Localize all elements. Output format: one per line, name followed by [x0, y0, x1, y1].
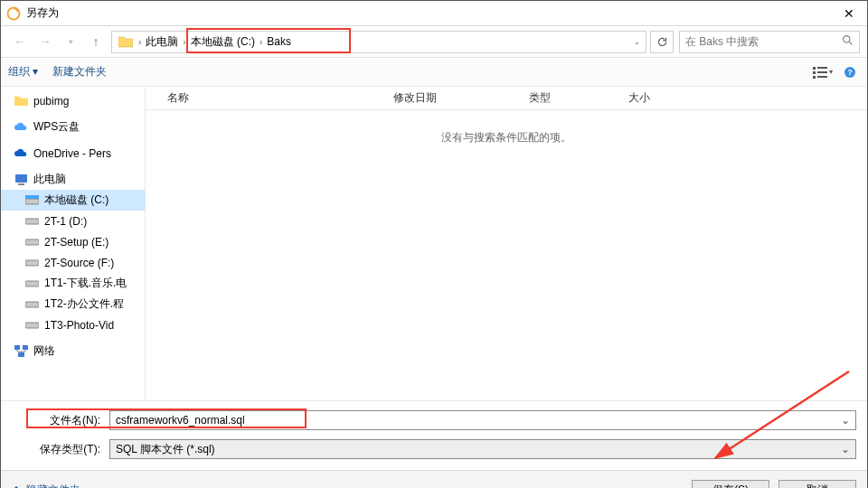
column-modified[interactable]: 修改日期 — [393, 90, 529, 106]
app-icon — [6, 6, 21, 21]
search-input[interactable]: 在 Baks 中搜索 — [679, 31, 860, 53]
svg-rect-4 — [817, 67, 827, 69]
tree-item-drive-i[interactable]: 1T3-Photo-Vid — [1, 314, 145, 335]
chevron-up-icon: ⌃ — [12, 484, 21, 489]
svg-rect-22 — [23, 345, 28, 350]
column-type[interactable]: 类型 — [529, 90, 628, 106]
column-name[interactable]: 名称 — [167, 90, 393, 106]
svg-rect-3 — [813, 67, 816, 70]
view-button[interactable]: ▾ — [813, 62, 833, 82]
network-icon — [14, 344, 28, 359]
filetype-select[interactable]: SQL 脚本文件 (*.sql) — [109, 439, 856, 459]
svg-rect-13 — [25, 199, 39, 204]
refresh-button[interactable] — [650, 31, 674, 53]
drive-icon — [24, 318, 39, 333]
svg-rect-14 — [25, 195, 39, 199]
drive-icon — [24, 214, 39, 229]
cloud-icon — [14, 120, 28, 135]
breadcrumb-folder[interactable]: Baks — [263, 32, 295, 52]
tree-item-onedrive[interactable]: OneDrive - Pers — [1, 143, 145, 164]
tree-item-drive-f[interactable]: 2T-Source (F:) — [1, 252, 145, 273]
column-size[interactable]: 大小 — [628, 90, 710, 106]
svg-rect-12 — [18, 183, 24, 185]
tree-item-drive-e[interactable]: 2T-Setup (E:) — [1, 231, 145, 252]
drive-icon — [24, 297, 39, 312]
folder-tree[interactable]: pubimg WPS云盘 OneDrive - Pers 此电脑 本地磁盘 (C… — [1, 87, 146, 400]
svg-rect-5 — [813, 71, 816, 74]
drive-icon — [24, 193, 39, 208]
drive-icon — [24, 256, 39, 270]
column-headers[interactable]: 名称 修改日期 类型 大小 — [146, 87, 867, 110]
svg-line-2 — [849, 42, 852, 44]
filename-field[interactable]: csframeworkv6_normal.sql — [109, 410, 856, 430]
tree-item-drive-g[interactable]: 1T1-下载.音乐.电 — [1, 273, 145, 294]
back-button[interactable]: ← — [8, 30, 32, 53]
svg-rect-15 — [25, 219, 39, 224]
drive-icon — [24, 277, 39, 291]
tree-item-pc[interactable]: 此电脑 — [1, 169, 145, 190]
up-button[interactable]: ↑ — [84, 30, 108, 53]
search-icon — [842, 34, 854, 49]
svg-rect-18 — [25, 281, 39, 286]
svg-rect-19 — [25, 302, 39, 307]
tree-item-wps[interactable]: WPS云盘 — [1, 117, 145, 137]
close-icon[interactable]: ✕ — [836, 3, 862, 24]
folder-icon — [118, 33, 134, 50]
drive-icon — [24, 235, 39, 249]
svg-text:?: ? — [847, 68, 853, 77]
cloud-icon — [14, 146, 28, 161]
tree-item-network[interactable]: 网络 — [1, 341, 145, 361]
svg-rect-11 — [15, 174, 27, 183]
new-folder-button[interactable]: 新建文件夹 — [52, 64, 107, 80]
tree-item-pubimg[interactable]: pubimg — [1, 90, 145, 111]
svg-point-1 — [844, 36, 850, 42]
tree-item-drive-h[interactable]: 1T2-办公文件.程 — [1, 294, 145, 314]
save-button[interactable]: 保存(S) — [692, 480, 769, 489]
search-placeholder: 在 Baks 中搜索 — [685, 34, 842, 50]
empty-state: 没有与搜索条件匹配的项。 — [146, 110, 867, 145]
svg-rect-17 — [25, 260, 39, 266]
svg-rect-6 — [817, 71, 827, 73]
filetype-label: 保存类型(T): — [12, 442, 109, 457]
filename-label: 文件名(N): — [12, 413, 109, 428]
svg-rect-16 — [25, 239, 39, 245]
breadcrumb-pc[interactable]: 此电脑 — [142, 32, 182, 52]
forward-button[interactable]: → — [33, 30, 57, 53]
window-title: 另存为 — [26, 5, 59, 21]
pc-icon — [14, 173, 28, 187]
help-button[interactable]: ? — [840, 62, 860, 82]
breadcrumb[interactable]: › 此电脑 › 本地磁盘 (C:) › Baks ⌄ — [111, 31, 646, 53]
tree-item-drive-d[interactable]: 2T-1 (D:) — [1, 211, 145, 231]
hide-folders-toggle[interactable]: ⌃ 隐藏文件夹 — [12, 483, 80, 488]
svg-rect-23 — [18, 352, 24, 357]
breadcrumb-drive[interactable]: 本地磁盘 (C:) — [187, 32, 259, 52]
svg-rect-8 — [817, 76, 827, 78]
recent-dropdown[interactable]: ▾ — [59, 30, 82, 53]
svg-rect-7 — [813, 76, 816, 79]
cancel-button[interactable]: 取消 — [778, 480, 856, 489]
organize-menu[interactable]: 组织 ▾ — [8, 64, 38, 80]
address-dropdown[interactable]: ⌄ — [630, 38, 644, 46]
tree-item-drive-c[interactable]: 本地磁盘 (C:) — [1, 190, 145, 211]
svg-rect-20 — [25, 323, 39, 328]
folder-icon — [14, 94, 28, 108]
svg-rect-21 — [14, 345, 20, 350]
